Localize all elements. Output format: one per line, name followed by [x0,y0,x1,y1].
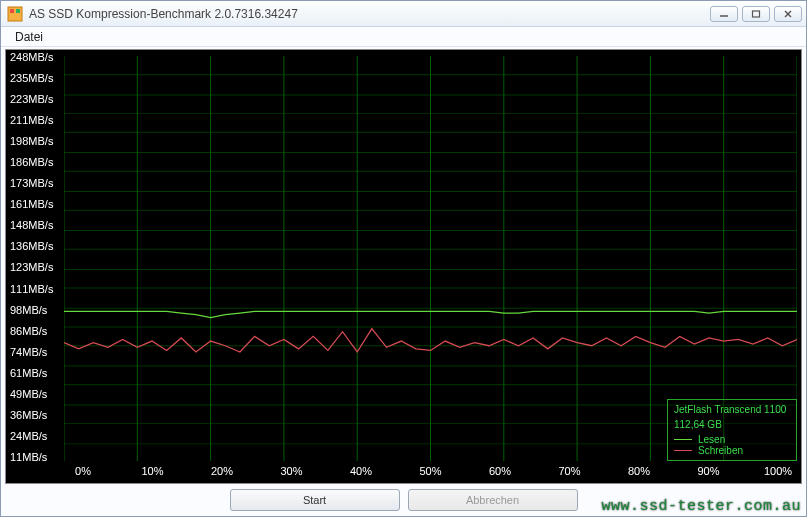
legend-read-label: Lesen [698,434,725,445]
svg-rect-1 [10,9,14,13]
y-tick-label: 161MB/s [10,199,64,210]
x-tick-label: 100% [761,465,795,481]
x-tick-label: 60% [483,465,517,481]
menubar: Datei [1,27,806,47]
menu-file[interactable]: Datei [9,29,49,45]
y-tick-label: 173MB/s [10,178,64,189]
legend-read: Lesen [674,434,790,445]
legend-device: JetFlash Transcend 1100 [674,404,790,415]
svg-rect-2 [16,9,20,13]
legend-write: Schreiben [674,445,790,456]
minimize-button[interactable] [710,6,738,22]
y-tick-label: 248MB/s [10,52,64,63]
legend-write-label: Schreiben [698,445,743,456]
x-tick-label: 10% [136,465,170,481]
x-tick-label: 90% [692,465,726,481]
y-tick-label: 36MB/s [10,410,64,421]
legend-box: JetFlash Transcend 1100 112,64 GB Lesen … [667,399,797,461]
y-tick-label: 136MB/s [10,241,64,252]
abort-button: Abbrechen [408,489,578,511]
y-tick-label: 211MB/s [10,115,64,126]
svg-rect-4 [753,11,760,17]
y-tick-label: 198MB/s [10,136,64,147]
chart-area: 248MB/s235MB/s223MB/s211MB/s198MB/s186MB… [5,49,802,484]
y-tick-label: 186MB/s [10,157,64,168]
y-tick-label: 24MB/s [10,431,64,442]
write-swatch-icon [674,450,692,451]
x-tick-label: 70% [553,465,587,481]
close-button[interactable] [774,6,802,22]
y-tick-label: 223MB/s [10,94,64,105]
y-tick-label: 86MB/s [10,326,64,337]
x-tick-label: 40% [344,465,378,481]
y-tick-label: 235MB/s [10,73,64,84]
read-swatch-icon [674,439,692,440]
y-tick-label: 74MB/s [10,347,64,358]
x-tick-label: 30% [275,465,309,481]
window-controls [710,6,802,22]
y-tick-label: 123MB/s [10,262,64,273]
x-axis-labels: 0%10%20%30%40%50%60%70%80%90%100% [64,465,797,481]
maximize-button[interactable] [742,6,770,22]
y-tick-label: 148MB/s [10,220,64,231]
start-button[interactable]: Start [230,489,400,511]
window-title: AS SSD Kompression-Benchmark 2.0.7316.34… [29,7,710,21]
y-tick-label: 11MB/s [10,452,64,463]
titlebar: AS SSD Kompression-Benchmark 2.0.7316.34… [1,1,806,27]
y-tick-label: 98MB/s [10,305,64,316]
y-tick-label: 61MB/s [10,368,64,379]
y-tick-label: 49MB/s [10,389,64,400]
app-window: AS SSD Kompression-Benchmark 2.0.7316.34… [0,0,807,517]
app-icon [7,6,23,22]
button-row: Start Abbrechen [1,486,806,516]
y-tick-label: 111MB/s [10,284,64,295]
x-tick-label: 20% [205,465,239,481]
y-axis-labels: 248MB/s235MB/s223MB/s211MB/s198MB/s186MB… [6,50,64,463]
x-tick-label: 50% [414,465,448,481]
x-tick-label: 80% [622,465,656,481]
legend-capacity: 112,64 GB [674,419,790,430]
x-tick-label: 0% [66,465,100,481]
